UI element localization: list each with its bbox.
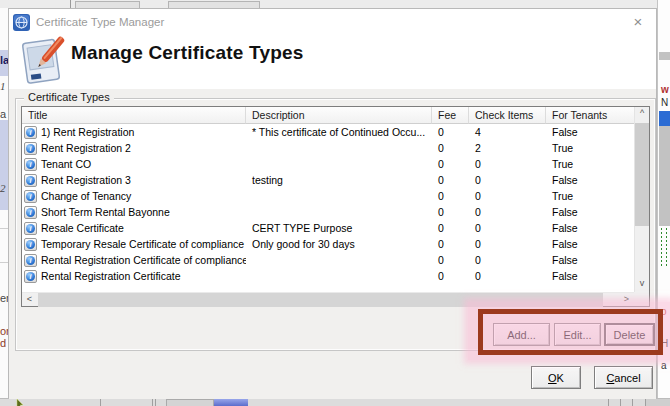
cancel-button[interactable]: Cancel <box>594 366 653 389</box>
ok-button-label-rest: K <box>557 372 564 384</box>
title-bar[interactable]: Certificate Type Manager × <box>9 9 656 39</box>
row-for-tenants-cell: True <box>546 188 634 204</box>
certificate-types-table: Title Description Fee Check Items For Te… <box>21 106 650 307</box>
row-title-cell: i Resale Certificate <box>22 220 246 236</box>
table-row[interactable]: i Resale Certificate CERT TYPE Purpose 0… <box>22 220 634 236</box>
table-row[interactable]: i Short Term Rental Bayonne 0 0 False <box>22 204 634 220</box>
bg-text-fragment: a <box>661 360 667 371</box>
column-header-description[interactable]: Description <box>246 107 432 124</box>
row-title-cell: i Rental Registration Certificate of com… <box>22 252 246 268</box>
scroll-left-icon[interactable]: < <box>22 293 37 306</box>
row-check-items-cell: 0 <box>469 236 546 252</box>
close-icon[interactable]: × <box>626 11 650 33</box>
table-row[interactable]: i Tenant CO 0 0 True <box>22 156 634 172</box>
row-check-items-cell: 0 <box>469 172 546 188</box>
add-button[interactable]: Add... <box>493 323 550 346</box>
vertical-scroll-thumb[interactable] <box>635 123 649 226</box>
info-icon-glyph: i <box>26 256 35 265</box>
bg-text-fragment: 2 <box>0 182 6 194</box>
row-fee-cell: 0 <box>432 236 469 252</box>
row-for-tenants-cell: False <box>546 172 634 188</box>
scroll-right-icon[interactable]: > <box>619 293 634 306</box>
certificate-types-groupbox: Certificate Types Title Description Fee … <box>15 98 656 351</box>
table-row[interactable]: i Rent Registration 2 0 2 True <box>22 140 634 156</box>
row-title-text: Rental Registration Certificate of compl… <box>41 252 246 268</box>
row-title-cell: i Short Term Rental Bayonne <box>22 204 246 220</box>
certificate-info-icon: i <box>24 190 37 203</box>
bg-text-fragment: 1 <box>0 80 6 92</box>
row-title-cell: i Change of Tenancy <box>22 188 246 204</box>
horizontal-scroll-track[interactable] <box>37 293 619 306</box>
scroll-down-icon[interactable]: v <box>635 277 649 292</box>
bg-text-fragment: w <box>661 84 669 95</box>
table-row[interactable]: i Rental Registration Certificate 0 0 Fa… <box>22 268 634 284</box>
background-toolbar-bottom <box>0 398 670 406</box>
row-for-tenants-cell: False <box>546 124 634 140</box>
groupbox-label: Certificate Types <box>24 91 114 103</box>
row-for-tenants-cell: False <box>546 236 634 252</box>
certificate-pen-icon <box>19 35 67 87</box>
row-fee-cell: 0 <box>432 188 469 204</box>
certificate-info-icon: i <box>24 142 37 155</box>
row-title-text: 1) Rent Registration <box>41 124 134 140</box>
table-row[interactable]: i 1) Rent Registration * This certificat… <box>22 124 634 140</box>
row-fee-cell: 0 <box>432 204 469 220</box>
scroll-up-icon[interactable]: ^ <box>635 107 649 122</box>
info-icon-glyph: i <box>26 208 35 217</box>
info-icon-glyph: i <box>26 176 35 185</box>
bg-tab-fragment <box>75 1 140 8</box>
row-check-items-cell: 0 <box>469 220 546 236</box>
table-header: Title Description Fee Check Items For Te… <box>22 107 634 124</box>
column-header-for-tenants[interactable]: For Tenants <box>546 107 634 124</box>
row-title-text: Temporary Resale Certificate of complian… <box>41 236 244 252</box>
column-header-title[interactable]: Title <box>22 107 246 124</box>
row-title-cell: i Rent Registration 2 <box>22 140 246 156</box>
row-title-text: Resale Certificate <box>41 220 124 236</box>
bg-text-fragment: or <box>0 325 8 337</box>
column-header-fee[interactable]: Fee <box>432 107 469 124</box>
certificate-info-icon: i <box>24 158 37 171</box>
ok-button[interactable]: OK <box>531 366 581 389</box>
bg-text-fragment: a <box>0 108 6 120</box>
delete-button[interactable]: Delete <box>604 323 655 346</box>
bg-text-fragment: la <box>0 54 8 66</box>
ok-button-label: O <box>548 372 557 384</box>
row-for-tenants-cell: False <box>546 268 634 284</box>
bg-divider <box>632 399 633 406</box>
vertical-scroll-track[interactable] <box>635 122 649 277</box>
certificate-info-icon: i <box>24 270 37 283</box>
row-fee-cell: 0 <box>432 220 469 236</box>
bg-block <box>214 399 248 406</box>
cursor-arrow-icon <box>16 399 26 406</box>
row-fee-cell: 0 <box>432 140 469 156</box>
table-row[interactable]: i Temporary Resale Certificate of compli… <box>22 236 634 252</box>
row-fee-cell: 0 <box>432 156 469 172</box>
row-check-items-cell: 0 <box>469 204 546 220</box>
row-description-cell: CERT TYPE Purpose <box>246 220 432 236</box>
bg-selected-row-fragment <box>659 111 670 126</box>
bg-tab-fragment <box>168 1 260 8</box>
horizontal-scrollbar[interactable]: < > <box>22 292 634 306</box>
column-header-check-items[interactable]: Check Items <box>469 107 546 124</box>
bg-divider <box>608 399 609 406</box>
bg-dotted-line <box>661 228 662 268</box>
info-icon-glyph: i <box>26 192 35 201</box>
vertical-scrollbar[interactable]: ^ v <box>634 107 649 292</box>
row-title-text: Rent Registration 3 <box>41 172 131 188</box>
edit-button[interactable]: Edit... <box>554 323 601 346</box>
row-check-items-cell: 0 <box>469 252 546 268</box>
info-icon-glyph: i <box>26 128 35 137</box>
horizontal-scroll-thumb[interactable] <box>38 293 603 307</box>
bg-text-fragment: er <box>0 292 8 304</box>
row-description-cell: testing <box>246 172 432 188</box>
row-title-cell: i Rent Registration 3 <box>22 172 246 188</box>
table-row[interactable]: i Rental Registration Certificate of com… <box>22 252 634 268</box>
certificate-type-manager-dialog: Certificate Type Manager × Manage Certif… <box>8 8 657 398</box>
bg-text-fragment: o <box>661 306 667 317</box>
row-check-items-cell: 4 <box>469 124 546 140</box>
background-window-top <box>0 0 670 8</box>
row-description-cell: * This certificate of Continued Occu... <box>246 124 432 140</box>
table-row[interactable]: i Rent Registration 3 testing 0 0 False <box>22 172 634 188</box>
table-row[interactable]: i Change of Tenancy 0 0 True <box>22 188 634 204</box>
bg-block <box>659 126 670 226</box>
